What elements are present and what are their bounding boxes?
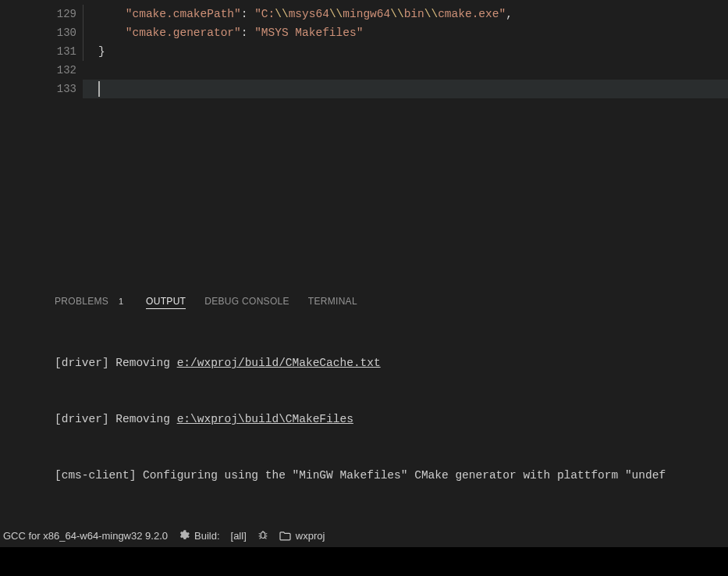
folder-icon <box>279 531 291 541</box>
output-line: [cms-client] Configuring using the "MinG… <box>55 466 728 485</box>
log-text: [driver] Removing <box>55 413 177 425</box>
black-region <box>0 547 728 576</box>
comma: , <box>506 8 513 20</box>
tab-label: PROBLEMS <box>55 296 108 307</box>
path-seg: msys64 <box>289 8 329 20</box>
code-line[interactable]: "cmake.generator": "MSYS Makefiles" <box>83 23 728 42</box>
brace: } <box>98 45 105 58</box>
line-number: 130 <box>0 23 83 42</box>
log-text: [driver] Removing <box>55 357 177 369</box>
tab-label: OUTPUT <box>146 296 186 307</box>
status-debug[interactable] <box>257 530 268 541</box>
status-bar: GCC for x86_64-w64-mingw32 9.2.0 Build: … <box>0 524 728 547</box>
indent <box>98 27 126 39</box>
indent <box>98 8 126 20</box>
quote: " <box>499 8 506 20</box>
json-key: "cmake.generator" <box>126 27 241 39</box>
escape: \\ <box>329 8 343 20</box>
tab-debug-console[interactable]: DEBUG CONSOLE <box>204 296 289 307</box>
escape: \\ <box>424 8 438 20</box>
editor-area: 129 130 131 132 133 "cmake.cmakePath": "… <box>0 0 728 289</box>
colon: : <box>241 8 254 20</box>
code-line[interactable] <box>83 61 728 80</box>
path-seg: C: <box>261 8 275 20</box>
status-project[interactable]: wxproj <box>279 530 325 542</box>
status-build-label: Build: <box>194 530 220 542</box>
log-path: e:/wxproj/build/CMakeCache.txt <box>177 357 381 369</box>
line-number: 131 <box>0 42 83 61</box>
code-line[interactable] <box>83 80 728 98</box>
path-seg: bin <box>404 8 424 20</box>
log-path: e:\wxproj\build\CMakeFiles <box>177 413 353 425</box>
status-kit[interactable]: GCC for x86_64-w64-mingw32 9.2.0 <box>3 530 168 542</box>
output-line: [driver] Removing e:/wxproj/build/CMakeC… <box>55 354 728 372</box>
output-line: [driver] Removing e:\wxproj\build\CMakeF… <box>55 410 728 428</box>
escape: \\ <box>390 8 403 20</box>
status-target[interactable]: [all] <box>231 530 247 542</box>
log-text: [cms-client] Configuring using the "MinG… <box>55 469 666 482</box>
text-cursor <box>98 81 100 97</box>
tab-output[interactable]: OUTPUT <box>146 296 186 309</box>
json-key: "cmake.cmakePath" <box>126 8 241 20</box>
status-project-name: wxproj <box>296 530 325 542</box>
status-build[interactable]: Build: <box>179 530 220 542</box>
tab-problems[interactable]: PROBLEMS 1 <box>55 296 127 307</box>
line-number: 129 <box>0 5 83 23</box>
escape: \\ <box>275 8 288 20</box>
bug-icon <box>257 530 268 541</box>
tab-terminal[interactable]: TERMINAL <box>308 296 357 307</box>
tab-label: TERMINAL <box>308 296 357 307</box>
gear-icon <box>179 530 190 541</box>
quote: " <box>254 8 261 20</box>
code-line[interactable]: } <box>83 42 728 61</box>
tab-label: DEBUG CONSOLE <box>204 296 289 307</box>
line-number-gutter: 129 130 131 132 133 <box>0 0 83 289</box>
json-string: "MSYS Makefiles" <box>254 27 363 39</box>
problems-badge: 1 <box>115 297 127 306</box>
line-number: 133 <box>0 80 83 98</box>
colon: : <box>241 27 254 39</box>
code-content[interactable]: "cmake.cmakePath": "C:\\msys64\\mingw64\… <box>83 0 728 289</box>
path-seg: cmake.exe <box>438 8 499 20</box>
path-seg: mingw64 <box>343 8 390 20</box>
panel-tabs: PROBLEMS 1 OUTPUT DEBUG CONSOLE TERMINAL <box>0 290 728 316</box>
code-line[interactable]: "cmake.cmakePath": "C:\\msys64\\mingw64\… <box>83 5 728 23</box>
line-number: 132 <box>0 61 83 80</box>
